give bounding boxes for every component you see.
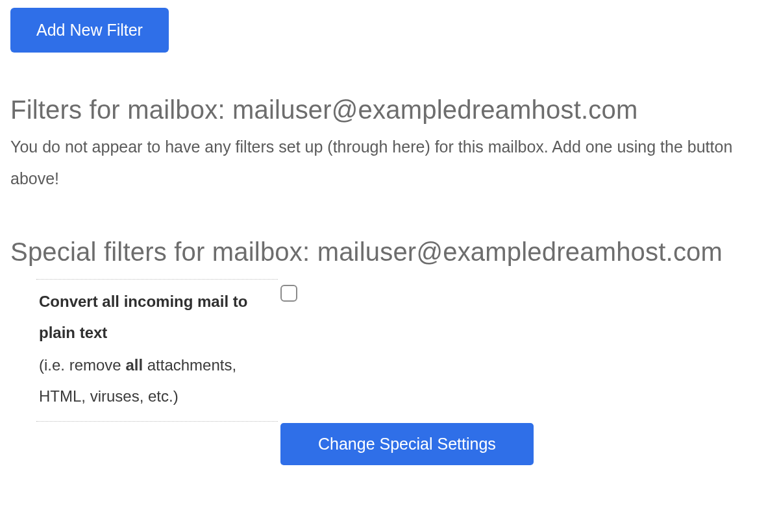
special-filters-table: Convert all incoming mail to plain text … bbox=[36, 279, 540, 470]
convert-plaintext-label-cell: Convert all incoming mail to plain text … bbox=[36, 280, 278, 422]
special-filters-heading: Special filters for mailbox: mailuser@ex… bbox=[10, 234, 769, 271]
convert-plaintext-row: Convert all incoming mail to plain text … bbox=[36, 280, 540, 422]
submit-spacer-cell bbox=[36, 422, 278, 470]
submit-button-cell: Change Special Settings bbox=[278, 422, 540, 470]
filters-heading: Filters for mailbox: mailuser@exampledre… bbox=[10, 95, 769, 125]
convert-plaintext-description: (i.e. remove all attachments, HTML, viru… bbox=[39, 350, 271, 412]
convert-desc-pre: (i.e. remove bbox=[39, 356, 125, 374]
no-filters-message: You do not appear to have any filters se… bbox=[10, 131, 769, 195]
convert-desc-bold: all bbox=[125, 356, 143, 374]
convert-plaintext-checkbox[interactable] bbox=[280, 285, 297, 302]
convert-plaintext-checkbox-cell bbox=[278, 280, 540, 422]
convert-plaintext-label: Convert all incoming mail to plain text bbox=[39, 286, 271, 348]
add-new-filter-button[interactable]: Add New Filter bbox=[10, 8, 169, 53]
change-special-settings-button[interactable]: Change Special Settings bbox=[280, 423, 534, 465]
submit-row: Change Special Settings bbox=[36, 422, 540, 470]
